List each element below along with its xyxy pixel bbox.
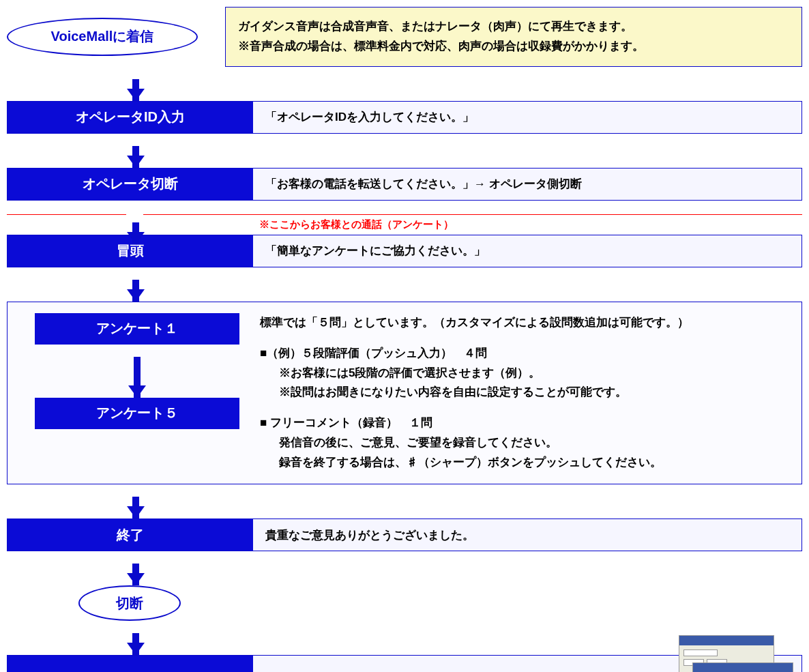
step-label: データ出力 [8, 656, 253, 672]
step-operator-id: オペレータID入力 「オペレータIDを入力してください。」 [7, 101, 802, 134]
note-line: ※音声合成の場合は、標準料金内で対応、肉声の場合は収録費がかかります。 [238, 37, 789, 57]
arrow-down-icon [127, 289, 145, 302]
arrow-down-icon [127, 89, 145, 101]
step-data-output: データ出力 ［受付情報管理ツール上で取得した情報 （アンケート回答データ）を確認… [7, 655, 802, 672]
arrow-down-icon [127, 506, 145, 518]
survey-step-5: アンケート５ [35, 398, 239, 429]
disconnect-node: 切断 [78, 585, 181, 621]
start-label: VoiceMallに着信 [51, 27, 154, 46]
step-desc: 貴重なご意見ありがとうございました。 [253, 519, 801, 551]
step-label: オペレータ切断 [8, 169, 253, 200]
step-desc: 「簡単なアンケートにご協力ください。」 [253, 235, 801, 267]
arrow-down-icon [127, 643, 145, 655]
note-line: ガイダンス音声は合成音声音、またはナレータ（肉声）にて再生できます。 [238, 17, 789, 37]
survey-b2-l1: 発信音の後に、ご意見、ご要望を録音してください。 [260, 433, 795, 453]
survey-top: 標準では「５問」としています。（カスタマイズによる設問数追加は可能です。） [260, 313, 795, 333]
disconnect-label: 切断 [116, 594, 143, 613]
arrow-down-icon [127, 232, 145, 244]
survey-b1-head: ■（例）５段階評価（プッシュ入力） ４問 [260, 344, 795, 364]
survey-step-1: アンケート１ [35, 313, 239, 345]
survey-b2-l2: 録音を終了する場合は、♯（シャープ）ボタンをプッシュしてください。 [260, 453, 795, 473]
step-label: オペレータID入力 [8, 102, 253, 133]
flowchart: VoiceMallに着信 ガイダンス音声は合成音声音、またはナレータ（肉声）にて… [7, 7, 802, 672]
arrow-down-icon [127, 156, 145, 168]
divider: ※ここからお客様との通話（アンケート） [7, 201, 802, 235]
step-desc: 「お客様の電話を転送してください。」→ オペレータ側切断 [253, 169, 801, 200]
divider-note: ※ここからお客様との通話（アンケート） [259, 218, 454, 231]
survey-b1-l2: ※設問はお聞きになりたい内容を自由に設定することが可能です。 [260, 383, 795, 403]
step-label: 終了 [8, 519, 253, 551]
survey-group: アンケート１ アンケート５ 標準では「５問」としています。（カスタマイズによる設… [7, 302, 802, 484]
arrow-down-icon [128, 385, 146, 398]
survey-b1-l1: ※お客様には5段階の評価で選択させます（例）。 [260, 364, 795, 383]
survey-description: 標準では「５問」としています。（カスタマイズによる設問数追加は可能です。） ■（… [260, 313, 795, 473]
start-node: VoiceMallに着信 [7, 18, 198, 56]
step-intro: 冒頭 「簡単なアンケートにご協力ください。」 [7, 235, 802, 267]
guidance-note-box: ガイダンス音声は合成音声音、またはナレータ（肉声）にて再生できます。 ※音声合成… [225, 7, 802, 67]
tool-window-icon [679, 635, 795, 672]
arrow-down-icon [127, 573, 145, 585]
divider-line [7, 214, 126, 215]
step-desc: 「オペレータIDを入力してください。」 [253, 102, 801, 133]
step-end: 終了 貴重なご意見ありがとうございました。 [7, 518, 802, 551]
survey-b2-head: ■ フリーコメント（録音） １問 [260, 413, 795, 433]
step-operator-disconnect: オペレータ切断 「お客様の電話を転送してください。」→ オペレータ側切断 [7, 168, 802, 201]
divider-line [143, 214, 802, 215]
